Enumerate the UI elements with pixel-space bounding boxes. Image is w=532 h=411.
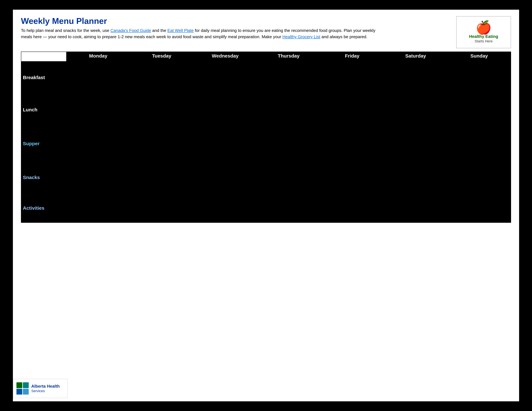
breakfast-friday[interactable] — [321, 61, 384, 94]
ahs-name: Alberta Health — [31, 384, 60, 389]
header-left: Weekly Menu Planner To help plan meal an… — [21, 16, 450, 40]
activities-saturday[interactable] — [384, 194, 447, 223]
header-area: Weekly Menu Planner To help plan meal an… — [21, 16, 511, 48]
breakfast-sunday[interactable] — [447, 61, 511, 94]
ahs-text-block: Alberta Health Services — [31, 384, 60, 393]
col-monday: Monday — [66, 52, 130, 61]
snacks-sunday[interactable] — [447, 161, 511, 194]
activities-wednesday[interactable] — [193, 194, 257, 223]
activities-thursday[interactable] — [257, 194, 321, 223]
activities-tuesday[interactable] — [130, 194, 193, 223]
ahs-sub: Services — [31, 389, 60, 393]
supper-friday[interactable] — [321, 126, 384, 161]
col-wednesday: Wednesday — [193, 52, 257, 61]
eat-well-plate-link[interactable]: Eat Well Plate — [167, 28, 194, 33]
logo-area: 🍎 Healthy Eating Starts Here — [456, 16, 511, 48]
sq-lblue — [23, 389, 29, 394]
snacks-monday[interactable] — [66, 161, 130, 194]
logo-text-healthy: Healthy Eating — [469, 34, 498, 39]
snacks-tuesday[interactable] — [130, 161, 193, 194]
canada-food-guide-link[interactable]: Canada's Food Guide — [110, 28, 151, 33]
col-friday: Friday — [321, 52, 384, 61]
lunch-saturday[interactable] — [384, 94, 447, 126]
lunch-monday[interactable] — [66, 94, 130, 126]
sq-green — [17, 382, 22, 388]
activities-sunday[interactable] — [447, 194, 511, 223]
footer: Alberta Health Services — [13, 379, 519, 398]
snacks-label: Snacks — [21, 161, 66, 194]
supper-saturday[interactable] — [384, 126, 447, 161]
lunch-sunday[interactable] — [447, 94, 511, 126]
breakfast-saturday[interactable] — [384, 61, 447, 94]
sq-blue — [17, 389, 22, 394]
table-row: Snacks — [21, 161, 511, 194]
supper-sunday[interactable] — [447, 126, 511, 161]
supper-tuesday[interactable] — [130, 126, 193, 161]
sq-teal — [23, 382, 29, 388]
breakfast-thursday[interactable] — [257, 61, 321, 94]
supper-label: Supper — [21, 126, 66, 161]
table-row: Breakfast — [21, 61, 511, 94]
col-tuesday: Tuesday — [130, 52, 193, 61]
table-row: Supper — [21, 126, 511, 161]
healthy-grocery-list-link[interactable]: Healthy Grocery List — [283, 34, 321, 39]
activities-friday[interactable] — [321, 194, 384, 223]
lunch-thursday[interactable] — [257, 94, 321, 126]
logo-text-starts: Starts Here — [475, 39, 493, 43]
lunch-wednesday[interactable] — [193, 94, 257, 126]
page-title: Weekly Menu Planner — [21, 16, 450, 26]
lunch-label: Lunch — [21, 94, 66, 126]
ahs-logo: Alberta Health Services — [13, 379, 68, 398]
description: To help plan meal and snacks for the wee… — [21, 28, 376, 40]
breakfast-label: Breakfast — [21, 61, 66, 94]
snacks-wednesday[interactable] — [193, 161, 257, 194]
breakfast-monday[interactable] — [66, 61, 130, 94]
col-sunday: Sunday — [447, 52, 511, 61]
table-row: Activities — [21, 194, 511, 223]
snacks-thursday[interactable] — [257, 161, 321, 194]
empty-header-cell — [21, 52, 66, 61]
apple-icon: 🍎 — [475, 21, 492, 34]
snacks-friday[interactable] — [321, 161, 384, 194]
planner-table: Monday Tuesday Wednesday Thursday Friday… — [21, 52, 511, 223]
snacks-saturday[interactable] — [384, 161, 447, 194]
logo-box: 🍎 Healthy Eating Starts Here — [456, 16, 511, 48]
table-row: Lunch — [21, 94, 511, 126]
activities-label: Activities — [21, 194, 66, 223]
table-header-row: Monday Tuesday Wednesday Thursday Friday… — [21, 52, 511, 61]
ahs-squares-icon — [17, 382, 29, 394]
activities-monday[interactable] — [66, 194, 130, 223]
supper-wednesday[interactable] — [193, 126, 257, 161]
breakfast-wednesday[interactable] — [193, 61, 257, 94]
lunch-friday[interactable] — [321, 94, 384, 126]
col-saturday: Saturday — [384, 52, 447, 61]
supper-monday[interactable] — [66, 126, 130, 161]
breakfast-tuesday[interactable] — [130, 61, 193, 94]
supper-thursday[interactable] — [257, 126, 321, 161]
col-thursday: Thursday — [257, 52, 321, 61]
lunch-tuesday[interactable] — [130, 94, 193, 126]
